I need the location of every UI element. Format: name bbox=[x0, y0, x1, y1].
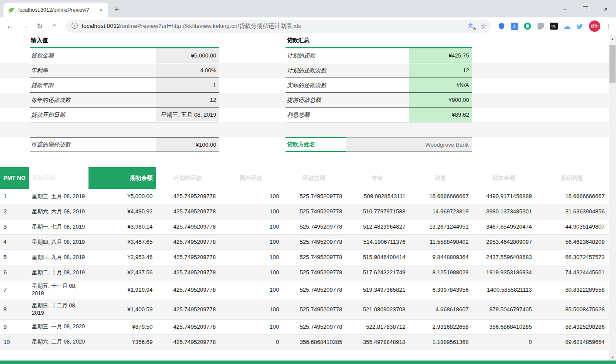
cell-beginning-balance: ¥1,919.94 bbox=[88, 280, 156, 300]
cell-interest: 4.668618607 bbox=[409, 300, 472, 319]
cell-beginning-balance: ¥5,000.00 bbox=[88, 189, 156, 204]
table-header-row: PMT NO还款日期期初余额计划的还款额外还款还款总额本金利息期末余额累积利息 bbox=[0, 167, 609, 189]
table-row: 7 星期五, 十一月 08, 2019 ¥1,919.94 425.749520… bbox=[0, 280, 609, 300]
cell-cumulative-interest: 44.9035149807 bbox=[535, 219, 608, 234]
browser-tab[interactable]: localhost:8012/onlinePreview? × bbox=[3, 3, 108, 17]
extension-translate-icon[interactable]: 文 bbox=[508, 20, 521, 32]
table-row: 1 星期三, 五月 08, 2019 ¥5,000.00 425.7495209… bbox=[0, 189, 609, 204]
summary-value: #N/A bbox=[409, 78, 472, 93]
summary-value: ¥89.62 bbox=[409, 108, 472, 122]
cell-ending-balance: 4490.9171456889 bbox=[472, 189, 535, 204]
bookmark-star-icon[interactable]: ☆ bbox=[480, 22, 487, 31]
cell-cumulative-interest: 89.6214859654 bbox=[535, 335, 608, 350]
reload-button[interactable]: ↻ bbox=[34, 20, 46, 32]
extension-ring-icon[interactable] bbox=[521, 20, 534, 32]
column-header: 计划的还款 bbox=[156, 167, 219, 189]
cell-pmt-no: 10 bbox=[0, 335, 29, 350]
extension-shield-icon[interactable] bbox=[495, 20, 508, 32]
tab-close-icon[interactable]: × bbox=[98, 7, 105, 13]
cell-scheduled-payment: 425.7495209778 bbox=[156, 280, 219, 300]
cell-payment-date: 星期五, 十一月 08, 2019 bbox=[29, 280, 88, 300]
cell-ending-balance: 0 bbox=[472, 335, 535, 350]
input-value: ¥5,000.00 bbox=[156, 48, 219, 63]
lender-name-label: 贷款方姓名 bbox=[286, 137, 346, 152]
cell-pmt-no: 4 bbox=[0, 235, 29, 249]
extension-01-badge[interactable]: 01 bbox=[547, 20, 560, 32]
cell-scheduled-payment: 425.7495209778 bbox=[156, 204, 219, 219]
spreadsheet-preview: 输入值 贷款汇总 贷款金额 ¥5,000.00 计划的还款 ¥425.75 年利… bbox=[0, 35, 609, 350]
cell-ending-balance: 1400.5855821113 bbox=[472, 280, 535, 300]
cell-cumulative-interest: 85.5008475628 bbox=[535, 300, 608, 319]
tab-title: localhost:8012/onlinePreview? bbox=[18, 7, 94, 13]
cell-payment-date: 星期三, 一月 08, 2020 bbox=[29, 320, 88, 334]
extensions-area: 文 01 ☁ bbox=[495, 20, 586, 32]
cell-cumulative-interest: 74.4324445601 bbox=[535, 265, 608, 280]
table-row: 6 星期二, 十月 08, 2019 ¥2,437.56 425.7495209… bbox=[0, 265, 609, 280]
cell-beginning-balance: ¥2,953.46 bbox=[88, 250, 156, 265]
cell-extra-payment: 100 bbox=[219, 265, 282, 280]
profile-avatar[interactable]: 精华 bbox=[589, 20, 600, 32]
cell-cumulative-interest: 80.8322289558 bbox=[535, 280, 608, 300]
scrollbar-thumb[interactable] bbox=[609, 45, 616, 83]
bottom-green-bar bbox=[0, 361, 616, 364]
cell-beginning-balance: ¥4,490.92 bbox=[88, 204, 156, 219]
scroll-up-icon[interactable]: ▲ bbox=[609, 35, 616, 42]
url-address-bar[interactable]: ⓘ localhost:8012/onlinePreview?url=http:… bbox=[65, 20, 491, 33]
extension-generic-gray-icon[interactable] bbox=[534, 20, 547, 32]
cell-total-payment: 525.7495209778 bbox=[282, 235, 346, 249]
input-label: 贷款金额 bbox=[30, 48, 156, 63]
scroll-down-icon[interactable]: ▼ bbox=[609, 354, 616, 361]
summary-value: ¥425.75 bbox=[409, 48, 472, 63]
cell-payment-date: 星期四, 八月 08, 2019 bbox=[29, 235, 88, 249]
cell-principal: 521.0809023708 bbox=[346, 300, 409, 319]
table-row: 8 星期日, 十二月 08, 2019 ¥1,400.59 425.749520… bbox=[0, 300, 609, 320]
extension-bird-icon[interactable] bbox=[573, 20, 586, 32]
cell-beginning-balance: ¥879.50 bbox=[88, 320, 156, 334]
cell-ending-balance: 2437.5596408683 bbox=[472, 250, 535, 265]
cell-total-payment: 525.7495209778 bbox=[282, 320, 346, 334]
cell-payment-date: 星期六, 六月 08, 2019 bbox=[29, 204, 88, 219]
browser-menu-icon[interactable]: ⋮ bbox=[603, 20, 613, 32]
cell-interest: 14.969723819 bbox=[409, 204, 472, 219]
cell-beginning-balance: ¥356.69 bbox=[88, 335, 156, 350]
column-header: 利息 bbox=[409, 167, 472, 189]
column-header: 还款总额 bbox=[282, 167, 346, 189]
translate-page-icon[interactable]: 文A bbox=[468, 23, 476, 30]
back-button[interactable]: ← bbox=[4, 20, 16, 32]
home-button[interactable]: ⌂ bbox=[48, 20, 61, 32]
minimize-button[interactable]: – bbox=[555, 0, 575, 17]
cell-principal: 355.4978848918 bbox=[346, 335, 409, 350]
column-header: 期初余额 bbox=[88, 167, 156, 189]
vertical-scrollbar[interactable]: ▲ ▼ bbox=[609, 35, 616, 361]
summary-label: 实际的还款次数 bbox=[286, 78, 409, 93]
close-window-button[interactable]: × bbox=[596, 0, 616, 17]
cell-interest: 11.5588498402 bbox=[409, 235, 472, 249]
extension-cloud-icon[interactable]: ☁ bbox=[560, 20, 573, 32]
cell-pmt-no: 9 bbox=[0, 320, 29, 334]
sheet-row: 每年的还款次数 12 提前还款总额 ¥900.00 bbox=[0, 93, 609, 108]
cell-cumulative-interest: 56.4623648209 bbox=[535, 235, 608, 249]
new-tab-button[interactable]: + bbox=[111, 3, 123, 16]
cell-principal: 522.817838712 bbox=[346, 320, 409, 334]
forward-button[interactable]: → bbox=[19, 20, 31, 32]
cell-scheduled-payment: 425.7495209778 bbox=[156, 335, 219, 350]
table-row: 9 星期三, 一月 08, 2020 ¥879.50 425.749520977… bbox=[0, 320, 609, 335]
maximize-button[interactable] bbox=[575, 0, 596, 17]
cell-principal: 517.6243221749 bbox=[346, 265, 409, 280]
page-info-icon[interactable]: ⓘ bbox=[71, 22, 78, 30]
input-value: 1 bbox=[156, 78, 219, 93]
table-row: 4 星期四, 八月 08, 2019 ¥3,467.65 425.7495209… bbox=[0, 235, 609, 250]
cell-pmt-no: 1 bbox=[0, 189, 29, 204]
cell-ending-balance: 879.5046797405 bbox=[472, 300, 535, 319]
cell-extra-payment: 100 bbox=[219, 320, 282, 334]
cell-payment-date: 星期六, 二月 08, 2020 bbox=[29, 335, 88, 350]
cell-cumulative-interest: 88.4325298286 bbox=[535, 320, 608, 334]
cell-ending-balance: 2953.4642809097 bbox=[472, 235, 535, 249]
input-value: ¥100.00 bbox=[156, 137, 219, 152]
table-body: 1 星期三, 五月 08, 2019 ¥5,000.00 425.7495209… bbox=[0, 189, 609, 350]
cell-extra-payment: 100 bbox=[219, 219, 282, 234]
summary-section-title: 贷款汇总 bbox=[286, 37, 472, 48]
cell-total-payment: 525.7495209778 bbox=[282, 250, 346, 265]
browser-tab-strip: localhost:8012/onlinePreview? × + – × bbox=[0, 0, 616, 17]
cell-interest: 13.2671244951 bbox=[409, 219, 472, 234]
